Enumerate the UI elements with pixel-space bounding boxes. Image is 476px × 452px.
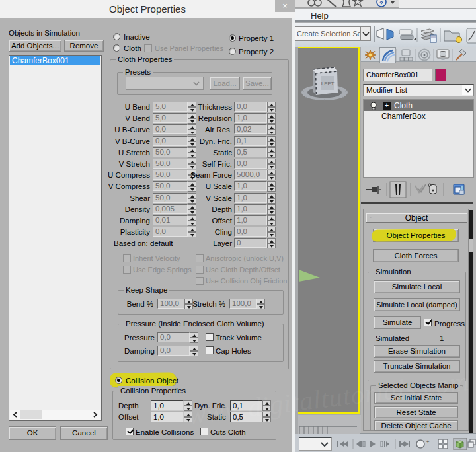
svg-text:?: ? (379, 0, 383, 7)
svg-text:LEFT: LEFT (321, 81, 335, 87)
svg-text:±: ± (426, 439, 430, 445)
